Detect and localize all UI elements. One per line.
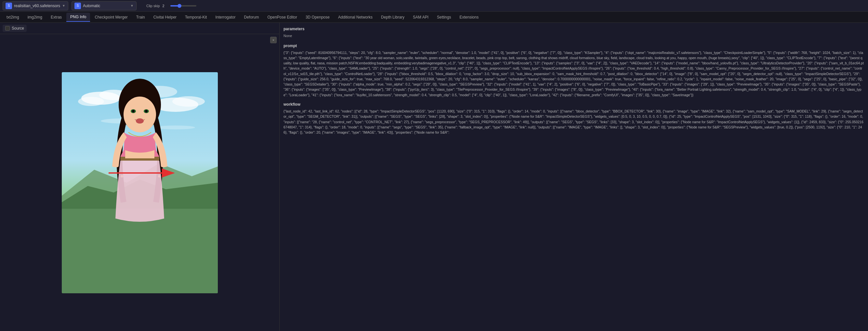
prompt-label: prompt bbox=[283, 43, 864, 49]
svg-point-13 bbox=[124, 96, 156, 132]
tab-sam-api[interactable]: SAM API bbox=[409, 13, 432, 22]
tab-temporal-kit[interactable]: Temporal-Kit bbox=[181, 13, 211, 22]
tab-interrogator[interactable]: Interrogator bbox=[211, 13, 239, 22]
source-panel: Source bbox=[0, 23, 279, 34]
workflow-content[interactable]: {"last_node_id": 42, "last_link_id": 62,… bbox=[283, 109, 864, 135]
source-checkbox[interactable] bbox=[5, 26, 10, 31]
workflow-section: workflow {"last_node_id": 42, "last_link… bbox=[283, 101, 864, 135]
prompt-content[interactable]: {"3": {"inputs": {"seed": 81604095679411… bbox=[283, 50, 864, 97]
clip-skip-value: 2 bbox=[162, 4, 168, 8]
tab-png-info[interactable]: PNG Info bbox=[66, 13, 90, 22]
svg-point-8 bbox=[156, 125, 195, 129]
image-area: × bbox=[0, 34, 279, 331]
tab-openpose-editor[interactable]: OpenPose Editor bbox=[264, 13, 301, 22]
model-dropdown-arrow: ▼ bbox=[62, 4, 65, 7]
main-content: Source × bbox=[0, 23, 868, 331]
tab-checkpoint-merger[interactable]: Checkpoint Merger bbox=[91, 13, 131, 22]
prompt-section: prompt {"3": {"inputs": {"seed": 8160409… bbox=[283, 43, 864, 97]
tab-3d-openpose[interactable]: 3D Openpose bbox=[302, 13, 334, 22]
parameters-section: parameters None bbox=[283, 26, 864, 39]
svg-point-5 bbox=[172, 96, 205, 107]
sampling-icon: S bbox=[74, 3, 81, 9]
sampling-method: Automatic bbox=[83, 4, 100, 8]
right-panel: parameters None prompt {"3": {"inputs": … bbox=[280, 23, 868, 331]
clip-skip-slider[interactable] bbox=[170, 5, 196, 6]
model-name: realisitian_v60.safetensors bbox=[14, 4, 60, 8]
tab-train[interactable]: Train bbox=[132, 13, 149, 22]
tab-extensions[interactable]: Extensions bbox=[456, 13, 483, 22]
svg-point-17 bbox=[145, 110, 148, 113]
tab-deforum[interactable]: Deforum bbox=[240, 13, 263, 22]
svg-point-16 bbox=[132, 110, 134, 113]
tab-civitai-helper[interactable]: Civitai Helper bbox=[150, 13, 180, 22]
source-label-container[interactable]: Source bbox=[3, 25, 27, 32]
nav-tabs: txt2img img2img Extras PNG Info Checkpoi… bbox=[0, 12, 868, 23]
clip-skip-area: Clip skip 2 bbox=[146, 4, 196, 8]
source-text: Source bbox=[12, 26, 24, 31]
model-selector[interactable]: S realisitian_v60.safetensors ▼ bbox=[3, 1, 68, 10]
parameters-label: parameters bbox=[283, 26, 864, 32]
top-bar: S realisitian_v60.safetensors ▼ S Automa… bbox=[0, 0, 868, 12]
tab-txt2img[interactable]: txt2img bbox=[3, 13, 23, 22]
tab-img2img[interactable]: img2img bbox=[24, 13, 46, 22]
svg-point-18 bbox=[136, 118, 144, 124]
parameters-content: None bbox=[283, 33, 864, 39]
tab-additional-networks[interactable]: Additional Networks bbox=[334, 13, 376, 22]
workflow-label: workflow bbox=[283, 101, 864, 107]
image-svg bbox=[62, 72, 218, 293]
image-close-button[interactable]: × bbox=[270, 37, 277, 43]
clip-skip-label: Clip skip bbox=[146, 4, 160, 8]
sampling-dropdown-arrow: ▼ bbox=[130, 4, 134, 7]
clip-slider-thumb[interactable] bbox=[178, 4, 181, 8]
model-icon: S bbox=[5, 3, 12, 9]
main-image bbox=[62, 72, 218, 293]
tab-extras[interactable]: Extras bbox=[47, 13, 66, 22]
tab-depth-library[interactable]: Depth Library bbox=[377, 13, 408, 22]
svg-point-3 bbox=[78, 97, 104, 106]
tab-settings[interactable]: Settings bbox=[433, 13, 455, 22]
left-panel: Source × bbox=[0, 23, 280, 331]
sampling-selector[interactable]: S Automatic ▼ bbox=[71, 1, 136, 10]
clip-slider-fill bbox=[170, 5, 178, 6]
